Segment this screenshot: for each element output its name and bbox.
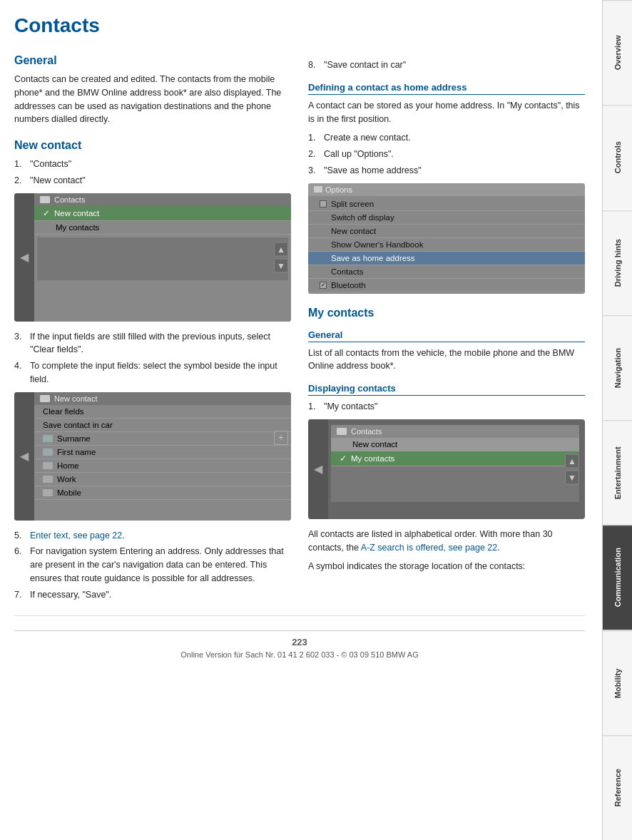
menu-item-surname[interactable]: Surname: [34, 432, 291, 446]
checkbox-icon: [320, 200, 327, 208]
right-controls-2: +: [274, 431, 288, 445]
scroll-up-btn[interactable]: ▲: [274, 242, 288, 256]
step-text: "Save contact in car": [324, 58, 406, 72]
general-heading: General: [14, 54, 291, 67]
page-number: 223: [14, 637, 585, 647]
general-body: Contacts can be created and edited. The …: [14, 73, 291, 126]
menu-item-new-contact[interactable]: ✓ New contact: [34, 206, 291, 221]
my-contacts-heading: My contacts: [308, 307, 585, 319]
list-item: 3. If the input fields are still filled …: [14, 330, 291, 357]
right-controls: ▲ ▼: [274, 242, 288, 272]
scroll-down-btn[interactable]: ▼: [274, 258, 288, 272]
list-item: 3. "Save as home address": [308, 164, 585, 178]
item-label: Switch off display: [331, 213, 394, 222]
menu-item-clear-fields[interactable]: Clear fields: [34, 405, 291, 419]
item-label: New contact: [352, 440, 397, 449]
options-title: Options: [325, 185, 352, 194]
step-text: To complete the input fields: select the…: [30, 359, 291, 386]
contacts-scroll-down[interactable]: ▼: [565, 470, 579, 484]
tab-driving-hints[interactable]: Driving hints: [603, 210, 632, 315]
step-text: "New contact": [30, 174, 86, 188]
item-label: Show Owner's Handbook: [331, 240, 423, 249]
step-number: 8.: [308, 58, 320, 72]
plus-btn[interactable]: +: [274, 431, 288, 445]
tab-communication[interactable]: Communication: [603, 525, 632, 630]
text-after-link: .: [497, 543, 499, 553]
options-show-handbook[interactable]: Show Owner's Handbook: [308, 238, 585, 252]
az-search-link[interactable]: A-Z search is offered, see page 22: [361, 543, 498, 553]
steps-5-7: 5. Enter text, see page 22. 6. For navig…: [14, 529, 291, 602]
defining-text: A contact can be stored as your home add…: [308, 99, 585, 126]
options-switch-off[interactable]: Switch off display: [308, 211, 585, 225]
field-icon: [43, 462, 53, 469]
menu-item-my-contacts[interactable]: My contacts: [34, 221, 291, 235]
item-label: Surname: [57, 434, 91, 443]
item-label: New contact: [54, 209, 99, 217]
screenshot2-header: New contact: [34, 392, 291, 405]
tab-reference[interactable]: Reference: [603, 735, 632, 840]
step-number: 4.: [14, 359, 26, 386]
step-text: For navigation system Entering an addres…: [30, 545, 291, 585]
tab-entertainment[interactable]: Entertainment: [603, 420, 632, 525]
item-label: Work: [57, 475, 76, 483]
options-body: Split screen Switch off display New cont…: [308, 196, 585, 294]
my-contacts-general-heading: General: [308, 329, 585, 342]
footer: 223 Online Version für Sach Nr. 01 41 2 …: [14, 630, 585, 659]
tab-overview[interactable]: Overview: [603, 0, 632, 105]
step-number: 3.: [308, 164, 320, 178]
defining-heading: Defining a contact as home address: [308, 82, 585, 95]
item-label: Mobile: [57, 488, 81, 497]
options-save-home[interactable]: Save as home address: [308, 252, 585, 265]
step-number: 3.: [14, 330, 26, 357]
step-text: Enter text, see page 22.: [30, 529, 125, 543]
options-split-screen[interactable]: Split screen: [308, 198, 585, 211]
screenshot1-title: Contacts: [54, 195, 85, 204]
tab-navigation[interactable]: Navigation: [603, 315, 632, 420]
item-label: Home: [57, 461, 79, 470]
new-contact-steps-3-7: 3. If the input fields are still filled …: [14, 330, 291, 386]
step-text: "My contacts": [324, 400, 378, 414]
tab-mobility[interactable]: Mobility: [603, 630, 632, 735]
new-contact-steps-1-2: 1. "Contacts" 2. "New contact": [14, 158, 291, 188]
item-label: My contacts: [351, 454, 394, 463]
contacts-title-bar: Contacts: [331, 425, 579, 438]
checkmark-icon: ✓: [340, 454, 347, 463]
two-column-layout: General Contacts can be created and edit…: [14, 54, 585, 607]
step-number: 7.: [14, 588, 26, 602]
menu-item-save-car[interactable]: Save contact in car: [34, 419, 291, 432]
step-text: Call up "Options".: [324, 148, 394, 161]
options-header: Options: [308, 183, 585, 196]
step5-link[interactable]: Enter text, see page 22: [30, 531, 122, 541]
menu-item-home[interactable]: Home: [34, 459, 291, 473]
screenshot-contacts: ◀ Contacts ✓ New contact My contacts: [14, 193, 291, 322]
options-contacts[interactable]: Contacts: [308, 265, 585, 279]
step-text: Create a new contact.: [324, 131, 411, 145]
displaying-heading: Displaying contacts: [308, 383, 585, 396]
screenshot-my-contacts: ◀ Contacts New contact ✓ My contacts: [308, 419, 585, 519]
menu-item-mobile[interactable]: Mobile: [34, 486, 291, 500]
my-contacts-general-text: List of all contacts from the vehicle, t…: [308, 347, 585, 374]
field-icon: [43, 489, 53, 496]
contacts-new-contact[interactable]: New contact: [331, 438, 579, 451]
item-label: First name: [57, 448, 96, 456]
item-label: Clear fields: [43, 407, 84, 416]
options-bluetooth[interactable]: ✓ Bluetooth: [308, 279, 585, 292]
contacts-scroll-up[interactable]: ▲: [565, 454, 579, 468]
screenshot-options: Options Split screen Switch off display …: [308, 183, 585, 294]
options-new-contact[interactable]: New contact: [308, 225, 585, 238]
left-column: General Contacts can be created and edit…: [14, 54, 291, 607]
step-number: 2.: [14, 174, 26, 188]
menu-item-work[interactable]: Work: [34, 473, 291, 486]
step-number: 6.: [14, 545, 26, 585]
screenshot1-header: Contacts: [34, 193, 291, 206]
list-item: 8. "Save contact in car": [308, 58, 585, 72]
list-item: 2. Call up "Options".: [308, 148, 585, 161]
contacts-controls: ▲ ▼: [565, 454, 579, 484]
menu-item-firstname[interactable]: First name: [34, 446, 291, 459]
contacts-title-icon: [337, 428, 347, 435]
options-icon: [314, 186, 322, 193]
list-item: 5. Enter text, see page 22.: [14, 529, 291, 543]
tab-controls[interactable]: Controls: [603, 105, 632, 210]
item-label: Split screen: [331, 200, 374, 208]
contacts-my-contacts[interactable]: ✓ My contacts: [331, 451, 579, 466]
